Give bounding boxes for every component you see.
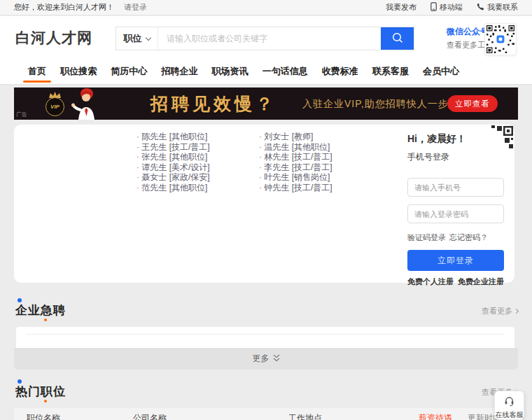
nav-item-home[interactable]: 首页 [28, 59, 46, 84]
online-service-widget[interactable]: 在线客服 [494, 391, 524, 420]
page: 您好，欢迎来到白河人才网！ 请登录 我要发布 移动端 我要联系 白河人才网 [0, 0, 532, 420]
resume-link[interactable]: 李先生 [技工/普工] [259, 162, 378, 173]
contact-link[interactable]: 我要联系 [477, 2, 518, 13]
phone-handset-icon [477, 3, 484, 12]
resume-link[interactable]: 谭先生 [美术/设计] [136, 162, 255, 173]
col-work-location: 工作地点 [288, 412, 322, 420]
divider [26, 334, 505, 335]
service-label: 在线客服 [495, 410, 524, 420]
nav-item-pricing[interactable]: 收费标准 [322, 59, 358, 84]
col-salary: 薪资待遇 [419, 412, 452, 420]
register-company-link[interactable]: 免费企业注册 [458, 276, 504, 287]
qr-login-corner-icon[interactable] [488, 125, 514, 154]
chevron-right-icon [514, 309, 519, 314]
nav-item-companies[interactable]: 招聘企业 [161, 59, 197, 84]
mascot-character [71, 88, 99, 120]
main-nav: 首页 职位搜索 简历中心 招聘企业 职场资讯 一句话信息 收费标准 联系客服 会… [0, 59, 532, 84]
resume-link[interactable]: 林先生 [技工/普工] [259, 152, 378, 162]
search-button[interactable] [381, 27, 414, 50]
resume-link[interactable]: 王先生 [技工/普工] [136, 142, 255, 153]
resume-link[interactable]: 张先生 [其他职位] [136, 152, 255, 162]
more-expand-bar[interactable]: 更多 [14, 348, 518, 370]
top-utility-bar: 您好，欢迎来到白河人才网！ 请登录 我要发布 移动端 我要联系 [0, 0, 532, 15]
job-table-header: 职位名称 公司名称 工作地点 薪资待遇 更新时间 [14, 408, 518, 420]
nav-item-job-search[interactable]: 职位搜索 [60, 59, 97, 84]
post-link[interactable]: 我要发布 [386, 2, 416, 13]
urgent-section-title: 企业急聘 [15, 302, 66, 318]
vip-ad-banner[interactable]: 广告 VIP 招聘见效慢？ 入驻企业VIP,助您招聘快人一步 立即查看 [14, 88, 518, 120]
phone-input[interactable] [407, 178, 504, 197]
resume-list-col2: 刘女士 [教师] 温先生 [其他职位] 林先生 [技工/普工] 李先生 [技工/… [259, 132, 378, 192]
urgent-list-box [16, 327, 514, 348]
chevron-down-icon [145, 34, 150, 40]
banner-cta-button[interactable]: 立即查看 [447, 95, 498, 112]
site-logo[interactable]: 白河人才网 [15, 28, 92, 48]
resume-link[interactable]: 钟先生 [技工/普工] [259, 183, 378, 193]
resume-list-col1: 陈先生 [其他职位] 王先生 [技工/普工] 张先生 [其他职位] 谭先生 [美… [136, 132, 255, 192]
mobile-link[interactable]: 移动端 [430, 2, 463, 13]
header: 白河人才网 职位 微信公众号 查看更多工作 [0, 16, 532, 59]
banner-subline: 入驻企业VIP,助您招聘快人一步 [302, 98, 449, 111]
ad-tag: 广告 [16, 111, 27, 118]
double-chevron-down-icon [273, 354, 280, 364]
sms-login-link[interactable]: 验证码登录 [407, 232, 446, 243]
welcome-text: 您好，欢迎来到白河人才网！ [14, 2, 114, 13]
nav-item-career-news[interactable]: 职场资讯 [212, 59, 248, 84]
vip-badge: VIP [46, 97, 64, 116]
forgot-password-link[interactable]: 忘记密码？ [449, 232, 488, 243]
nav-item-customer-service[interactable]: 联系客服 [372, 59, 409, 84]
password-input[interactable] [407, 204, 504, 223]
col-job-title: 职位名称 [27, 412, 60, 420]
login-panel: Hi，凌晨好！ 手机号登录 验证码登录 忘记密码？ 立即登录 免费个人注册 免费… [407, 133, 504, 287]
resume-link[interactable]: 刘女士 [教师] [259, 132, 378, 142]
search-icon [391, 31, 405, 47]
main-content-box: 陈先生 [其他职位] 王先生 [技工/普工] 张先生 [其他职位] 谭先生 [美… [14, 125, 514, 283]
resume-link[interactable]: 陈先生 [其他职位] [136, 132, 255, 142]
login-submit-button[interactable]: 立即登录 [407, 250, 504, 271]
decor-dot-orange [44, 400, 47, 402]
wechat-qr-code [484, 23, 517, 55]
login-link[interactable]: 请登录 [124, 2, 147, 13]
register-personal-link[interactable]: 免费个人注册 [407, 276, 454, 287]
decor-dot-orange [44, 318, 47, 321]
nav-item-one-line-info[interactable]: 一句话信息 [262, 59, 308, 84]
headset-icon [495, 395, 524, 410]
resume-link[interactable]: 聂女士 [家政/保安] [136, 172, 255, 183]
resume-link[interactable]: 叶先生 [销售岗位] [259, 172, 378, 183]
resume-link[interactable]: 范先生 [其他职位] [136, 183, 255, 193]
col-company-name: 公司名称 [133, 412, 167, 420]
hot-section-title: 热门职位 [15, 384, 66, 400]
nav-item-member-center[interactable]: 会员中心 [423, 59, 459, 84]
search-bar: 职位 [115, 27, 414, 50]
search-category-select[interactable]: 职位 [116, 27, 158, 50]
mobile-phone-icon [430, 2, 437, 13]
resume-link[interactable]: 温先生 [其他职位] [259, 142, 378, 153]
active-tab-underline [23, 80, 51, 83]
search-input[interactable] [158, 27, 381, 50]
banner-headline: 招聘见效慢？ [150, 92, 276, 115]
urgent-more-link[interactable]: 查看更多 [482, 306, 518, 316]
nav-item-resume-center[interactable]: 简历中心 [111, 59, 147, 84]
